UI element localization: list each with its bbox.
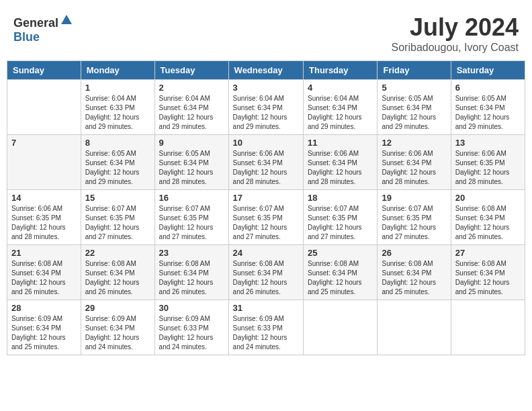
calendar-cell: 23Sunrise: 6:08 AM Sunset: 6:34 PM Dayli… [154, 245, 228, 300]
calendar-cell: 20Sunrise: 6:08 AM Sunset: 6:34 PM Dayli… [451, 190, 525, 245]
day-info: Sunrise: 6:08 AM Sunset: 6:34 PM Dayligh… [308, 259, 373, 297]
day-number: 22 [85, 248, 150, 258]
calendar-cell: 19Sunrise: 6:07 AM Sunset: 6:35 PM Dayli… [378, 190, 451, 245]
day-number: 19 [382, 193, 446, 203]
calendar-week-row: 28Sunrise: 6:09 AM Sunset: 6:34 PM Dayli… [7, 300, 525, 355]
calendar-cell: 7 [7, 135, 81, 190]
title-area: July 2024 Soribadougou, Ivory Coast [392, 13, 519, 54]
day-number: 5 [382, 83, 446, 93]
calendar-cell: 2Sunrise: 6:04 AM Sunset: 6:34 PM Daylig… [154, 80, 228, 135]
day-number: 27 [455, 248, 521, 258]
day-number: 15 [85, 193, 150, 203]
day-info: Sunrise: 6:05 AM Sunset: 6:34 PM Dayligh… [159, 149, 224, 187]
day-info: Sunrise: 6:06 AM Sunset: 6:34 PM Dayligh… [233, 149, 299, 187]
calendar-cell: 16Sunrise: 6:07 AM Sunset: 6:35 PM Dayli… [154, 190, 228, 245]
calendar-header-tuesday: Tuesday [154, 61, 228, 80]
day-info: Sunrise: 6:08 AM Sunset: 6:34 PM Dayligh… [455, 204, 521, 242]
day-info: Sunrise: 6:05 AM Sunset: 6:34 PM Dayligh… [85, 149, 150, 187]
location-subtitle: Soribadougou, Ivory Coast [392, 42, 519, 54]
calendar-cell: 13Sunrise: 6:06 AM Sunset: 6:35 PM Dayli… [451, 135, 525, 190]
logo-icon [60, 13, 73, 27]
day-info: Sunrise: 6:06 AM Sunset: 6:34 PM Dayligh… [308, 149, 373, 187]
calendar-cell: 17Sunrise: 6:07 AM Sunset: 6:35 PM Dayli… [228, 190, 303, 245]
calendar-week-row: 1Sunrise: 6:04 AM Sunset: 6:33 PM Daylig… [7, 80, 525, 135]
day-info: Sunrise: 6:08 AM Sunset: 6:34 PM Dayligh… [85, 259, 150, 297]
day-number: 6 [455, 83, 521, 93]
calendar-header-monday: Monday [81, 61, 154, 80]
day-number: 12 [382, 138, 446, 148]
day-info: Sunrise: 6:09 AM Sunset: 6:34 PM Dayligh… [85, 314, 150, 352]
calendar-header-row: SundayMondayTuesdayWednesdayThursdayFrid… [7, 61, 525, 80]
calendar-cell: 29Sunrise: 6:09 AM Sunset: 6:34 PM Dayli… [81, 300, 154, 355]
day-info: Sunrise: 6:08 AM Sunset: 6:34 PM Dayligh… [382, 259, 446, 297]
calendar-cell [7, 80, 81, 135]
calendar-cell: 28Sunrise: 6:09 AM Sunset: 6:34 PM Dayli… [7, 300, 81, 355]
day-info: Sunrise: 6:04 AM Sunset: 6:34 PM Dayligh… [233, 94, 299, 132]
day-info: Sunrise: 6:04 AM Sunset: 6:33 PM Dayligh… [85, 94, 150, 132]
day-info: Sunrise: 6:08 AM Sunset: 6:34 PM Dayligh… [159, 259, 224, 297]
day-info: Sunrise: 6:08 AM Sunset: 6:34 PM Dayligh… [455, 259, 521, 297]
day-number: 25 [308, 248, 373, 258]
day-info: Sunrise: 6:07 AM Sunset: 6:35 PM Dayligh… [85, 204, 150, 242]
calendar-cell: 10Sunrise: 6:06 AM Sunset: 6:34 PM Dayli… [228, 135, 303, 190]
day-info: Sunrise: 6:05 AM Sunset: 6:34 PM Dayligh… [455, 94, 521, 132]
day-number: 24 [233, 248, 299, 258]
day-number: 26 [382, 248, 446, 258]
calendar-cell [451, 300, 525, 355]
day-number: 11 [308, 138, 373, 148]
calendar-cell: 6Sunrise: 6:05 AM Sunset: 6:34 PM Daylig… [451, 80, 525, 135]
day-info: Sunrise: 6:09 AM Sunset: 6:33 PM Dayligh… [159, 314, 224, 352]
day-info: Sunrise: 6:07 AM Sunset: 6:35 PM Dayligh… [308, 204, 373, 242]
day-number: 16 [159, 193, 224, 203]
calendar-body: 1Sunrise: 6:04 AM Sunset: 6:33 PM Daylig… [7, 80, 525, 355]
page-header: General Blue July 2024 Soribadougou, Ivo… [7, 7, 525, 57]
calendar-header-sunday: Sunday [7, 61, 81, 80]
day-info: Sunrise: 6:04 AM Sunset: 6:34 PM Dayligh… [308, 94, 373, 132]
calendar-cell: 11Sunrise: 6:06 AM Sunset: 6:34 PM Dayli… [304, 135, 378, 190]
day-number: 13 [455, 138, 521, 148]
calendar-cell: 14Sunrise: 6:06 AM Sunset: 6:35 PM Dayli… [7, 190, 81, 245]
calendar-cell: 31Sunrise: 6:09 AM Sunset: 6:33 PM Dayli… [228, 300, 303, 355]
day-number: 3 [233, 83, 299, 93]
day-number: 9 [159, 138, 224, 148]
calendar-cell: 12Sunrise: 6:06 AM Sunset: 6:34 PM Dayli… [378, 135, 451, 190]
day-number: 20 [455, 193, 521, 203]
day-info: Sunrise: 6:04 AM Sunset: 6:34 PM Dayligh… [159, 94, 224, 132]
day-number: 1 [85, 83, 150, 93]
calendar-cell: 15Sunrise: 6:07 AM Sunset: 6:35 PM Dayli… [81, 190, 154, 245]
calendar-cell: 5Sunrise: 6:05 AM Sunset: 6:34 PM Daylig… [378, 80, 451, 135]
calendar-week-row: 14Sunrise: 6:06 AM Sunset: 6:35 PM Dayli… [7, 190, 525, 245]
calendar-cell: 9Sunrise: 6:05 AM Sunset: 6:34 PM Daylig… [154, 135, 228, 190]
calendar-cell: 8Sunrise: 6:05 AM Sunset: 6:34 PM Daylig… [81, 135, 154, 190]
calendar-header-thursday: Thursday [304, 61, 378, 80]
calendar-cell: 26Sunrise: 6:08 AM Sunset: 6:34 PM Dayli… [378, 245, 451, 300]
day-number: 4 [308, 83, 373, 93]
day-info: Sunrise: 6:08 AM Sunset: 6:34 PM Dayligh… [233, 259, 299, 297]
calendar-header-friday: Friday [378, 61, 451, 80]
month-year-title: July 2024 [392, 13, 519, 42]
day-number: 7 [11, 138, 77, 148]
day-info: Sunrise: 6:07 AM Sunset: 6:35 PM Dayligh… [382, 204, 446, 242]
day-info: Sunrise: 6:07 AM Sunset: 6:35 PM Dayligh… [159, 204, 224, 242]
day-number: 29 [85, 303, 150, 313]
calendar-week-row: 78Sunrise: 6:05 AM Sunset: 6:34 PM Dayli… [7, 135, 525, 190]
calendar-table: SundayMondayTuesdayWednesdayThursdayFrid… [7, 60, 525, 355]
calendar-cell: 24Sunrise: 6:08 AM Sunset: 6:34 PM Dayli… [228, 245, 303, 300]
day-number: 18 [308, 193, 373, 203]
day-number: 2 [159, 83, 224, 93]
calendar-cell: 1Sunrise: 6:04 AM Sunset: 6:33 PM Daylig… [81, 80, 154, 135]
calendar-week-row: 21Sunrise: 6:08 AM Sunset: 6:34 PM Dayli… [7, 245, 525, 300]
day-info: Sunrise: 6:09 AM Sunset: 6:34 PM Dayligh… [11, 314, 77, 352]
calendar-cell: 22Sunrise: 6:08 AM Sunset: 6:34 PM Dayli… [81, 245, 154, 300]
day-number: 21 [11, 248, 77, 258]
day-info: Sunrise: 6:07 AM Sunset: 6:35 PM Dayligh… [233, 204, 299, 242]
day-number: 17 [233, 193, 299, 203]
calendar-cell: 30Sunrise: 6:09 AM Sunset: 6:33 PM Dayli… [154, 300, 228, 355]
calendar-cell: 25Sunrise: 6:08 AM Sunset: 6:34 PM Dayli… [304, 245, 378, 300]
logo-blue: Blue [13, 30, 40, 44]
svg-marker-0 [61, 15, 72, 24]
day-number: 30 [159, 303, 224, 313]
calendar-cell: 18Sunrise: 6:07 AM Sunset: 6:35 PM Dayli… [304, 190, 378, 245]
day-number: 10 [233, 138, 299, 148]
day-number: 28 [11, 303, 77, 313]
